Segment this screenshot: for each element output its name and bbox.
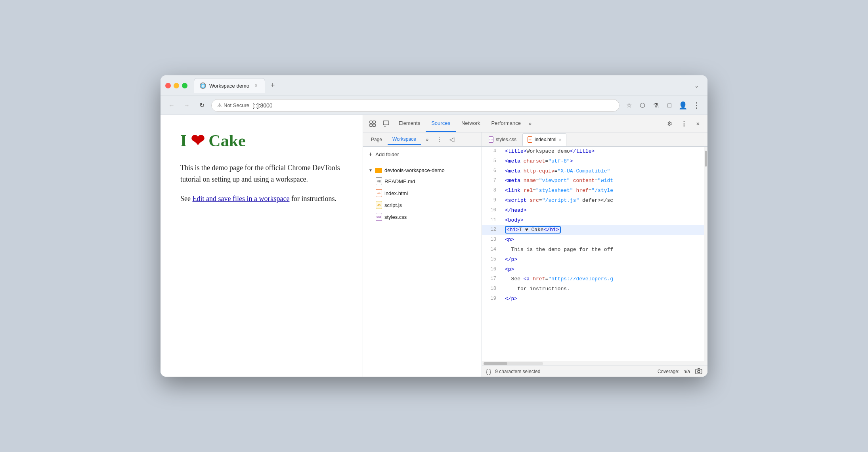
workspace-folder[interactable]: ▼ devtools-workspace-demo <box>363 165 482 175</box>
html-file-icon: </> <box>376 189 382 197</box>
line-number-10: 10 <box>482 206 502 215</box>
line-number-16: 16 <box>482 265 502 274</box>
vertical-scrollbar[interactable] <box>704 147 707 361</box>
active-tab[interactable]: 🌐 Workspace demo × <box>194 78 265 93</box>
line-content-13: <p> <box>502 235 704 245</box>
profile-button[interactable]: 👤 <box>677 100 688 111</box>
editor-tab-close-button[interactable]: × <box>559 137 561 142</box>
page-heading: I ❤ Cake <box>180 131 343 150</box>
tab-performance[interactable]: Performance <box>486 115 526 132</box>
editor-tab-styles-css[interactable]: CSS styles.css <box>484 133 522 146</box>
svg-point-7 <box>698 370 700 373</box>
file-tree-panel: Page Workspace » ⋮ ◁ + Add folder <box>363 132 482 377</box>
para2-suffix: for instructions. <box>289 195 336 203</box>
page-paragraph-2: See Edit and save files in a workspace f… <box>180 193 343 205</box>
browser-menu-button[interactable]: ⋮ <box>691 100 702 111</box>
css-file-icon: CSS <box>376 213 382 221</box>
line-content-16: <p> <box>502 265 704 275</box>
sources-tab-menu[interactable]: ⋮ <box>434 134 445 145</box>
back-button[interactable]: ← <box>166 100 177 111</box>
sources-nav-toggle[interactable]: ◁ <box>445 134 458 145</box>
code-line-7: 7 <meta name="viewport" content="widt <box>482 176 704 186</box>
line-content-5: <meta charset="utf-8"> <box>502 157 704 167</box>
file-readme[interactable]: MD README.md <box>363 175 482 187</box>
bookmark-button[interactable]: ☆ <box>623 100 635 111</box>
workspace-link[interactable]: Edit and save files in a workspace <box>193 195 290 203</box>
editor-tab-styles-label: styles.css <box>496 137 516 142</box>
line-content-15: </p> <box>502 255 704 265</box>
devtools-panel: Elements Sources Network Performance » <box>363 115 707 377</box>
editor-tab-index-html[interactable]: </> index.html × <box>522 133 566 146</box>
inspect-element-button[interactable] <box>380 117 392 130</box>
svg-rect-6 <box>696 369 702 374</box>
tab-network[interactable]: Network <box>456 115 486 132</box>
sources-tabs-bar: Page Workspace » ⋮ ◁ <box>363 132 482 147</box>
sources-more-tabs[interactable]: » <box>422 134 433 145</box>
devtools-toolbar-end: ⚙ ⋮ × <box>663 117 704 130</box>
h-scroll-thumb <box>484 362 507 365</box>
address-input[interactable]: ⚠ Not Secure [::]:8000 <box>211 99 619 112</box>
format-button[interactable]: { } <box>486 368 491 375</box>
line-number-8: 8 <box>482 186 502 195</box>
tab-sources[interactable]: Sources <box>426 115 456 132</box>
add-folder-button[interactable]: + Add folder <box>363 147 482 162</box>
more-tabs-button[interactable]: » <box>526 115 534 132</box>
file-readme-name: README.md <box>384 178 415 184</box>
tab-dropdown-button[interactable]: ⌄ <box>691 80 703 92</box>
devtools-close-button[interactable]: × <box>692 117 704 130</box>
file-index-html[interactable]: </> index.html <box>363 187 482 199</box>
screenshot-button[interactable] <box>694 367 704 376</box>
line-content-9: <script src="/script.js" defer></sc <box>502 196 704 206</box>
devtools-more-button[interactable]: ⋮ <box>677 117 690 130</box>
svg-rect-2 <box>370 124 372 126</box>
file-styles-css[interactable]: CSS styles.css <box>363 211 482 223</box>
add-folder-icon: + <box>369 151 372 158</box>
code-line-13: 13 <p> <box>482 235 704 245</box>
line-number-7: 7 <box>482 176 502 185</box>
minimize-window-button[interactable] <box>174 83 179 88</box>
line-number-18: 18 <box>482 284 502 293</box>
labs-button[interactable]: ⚗ <box>650 100 662 111</box>
refresh-button[interactable]: ↻ <box>196 100 207 111</box>
new-tab-button[interactable]: + <box>267 80 279 92</box>
browser-window: 🌐 Workspace demo × + ⌄ ← → ↻ ⚠ Not Secur… <box>161 75 707 377</box>
h-scroll-track <box>484 362 543 365</box>
selected-code: <h1>I ♥ Cake</h1> <box>505 226 561 234</box>
maximize-window-button[interactable] <box>182 83 187 88</box>
line-number-4: 4 <box>482 147 502 156</box>
sources-page-tab[interactable]: Page <box>366 134 387 145</box>
tab-close-button[interactable]: × <box>253 82 259 89</box>
line-number-13: 13 <box>482 235 502 244</box>
md-file-icon: MD <box>376 177 382 185</box>
css-tab-icon: CSS <box>489 136 493 143</box>
cursor-tool-button[interactable] <box>366 117 379 130</box>
code-line-6: 6 <meta http-equiv="X-UA-Compatible" <box>482 167 704 176</box>
line-content-7: <meta name="viewport" content="widt <box>502 176 704 186</box>
tab-favicon: 🌐 <box>200 82 206 89</box>
code-editor-panel: CSS styles.css </> index.html × <box>482 132 707 377</box>
address-bar: ← → ↻ ⚠ Not Secure [::]:8000 ☆ ⬡ ⚗ <box>161 96 707 115</box>
coverage-label: Coverage: <box>658 369 679 374</box>
code-line-14: 14 This is the demo page for the off <box>482 245 704 255</box>
code-line-8: 8 <link rel="stylesheet" href="/style <box>482 186 704 196</box>
devtools-toggle-button[interactable]: □ <box>664 100 675 111</box>
extensions-button[interactable]: ⬡ <box>637 100 648 111</box>
traffic-lights <box>165 83 187 88</box>
heart-icon: ❤ <box>191 131 205 150</box>
file-script-js[interactable]: JS script.js <box>363 199 482 211</box>
folder-chevron-icon: ▼ <box>369 168 373 172</box>
devtools-settings-button[interactable]: ⚙ <box>663 117 676 130</box>
line-content-10: </head> <box>502 206 704 216</box>
close-window-button[interactable] <box>165 83 171 88</box>
code-line-10: 10 </head> <box>482 206 704 216</box>
code-area[interactable]: 4 <title>Workspace demo</title> 5 <meta … <box>482 147 704 361</box>
horizontal-scrollbar[interactable] <box>482 361 707 366</box>
para2-prefix: See <box>180 195 193 203</box>
code-line-17: 17 See <a href="https://developers.g <box>482 274 704 284</box>
html-tab-icon: </> <box>528 136 532 143</box>
tab-elements[interactable]: Elements <box>393 115 426 132</box>
forward-button[interactable]: → <box>181 100 192 111</box>
editor-tab-index-label: index.html <box>535 137 556 142</box>
sources-workspace-tab[interactable]: Workspace <box>388 134 421 145</box>
line-content-6: <meta http-equiv="X-UA-Compatible" <box>502 167 704 176</box>
